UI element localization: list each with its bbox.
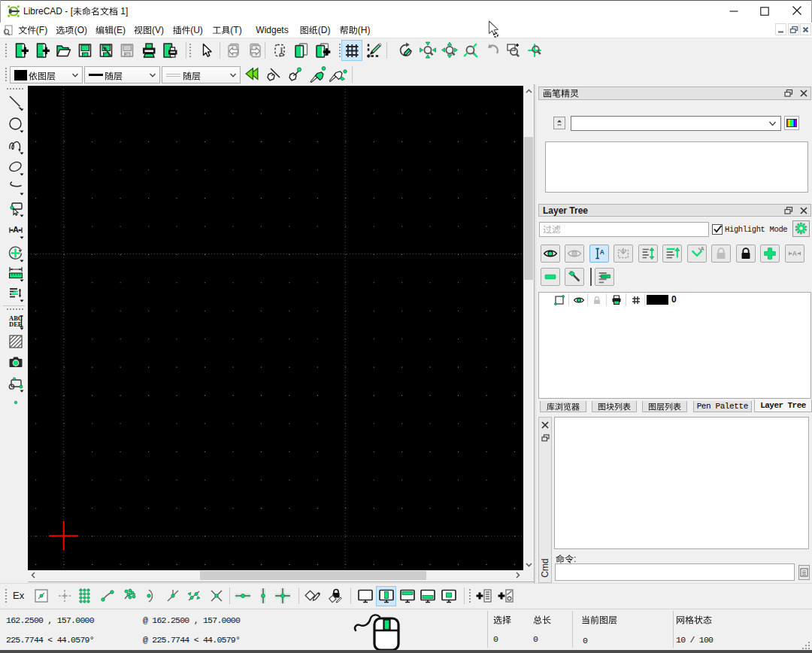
svg-text:A: A <box>792 250 798 257</box>
svg-text:A: A <box>13 225 19 234</box>
svg-text:A: A <box>599 249 604 256</box>
svg-text:DEF: DEF <box>9 320 22 327</box>
svg-text:A: A <box>701 246 704 251</box>
